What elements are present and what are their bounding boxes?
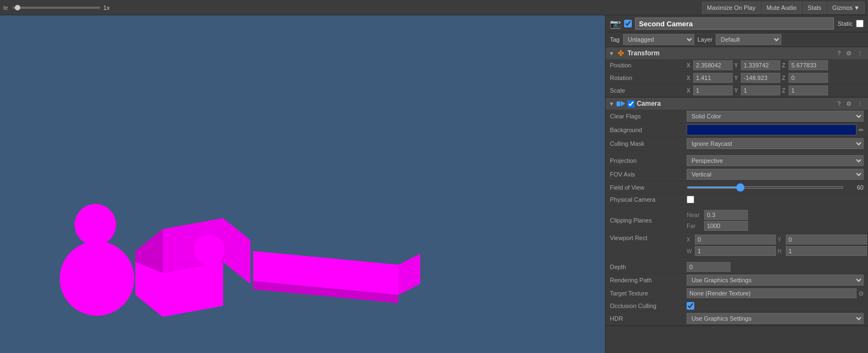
mute-audio-button[interactable]: Mute Audio	[762, 2, 802, 14]
fov-value: 60	[687, 184, 864, 191]
fov-slider[interactable]	[687, 186, 844, 189]
occlusion-culling-row: Occlusion Culling	[606, 300, 868, 312]
position-y-input[interactable]	[741, 60, 780, 70]
scale-z-label: Z	[782, 88, 787, 94]
hdr-dropdown[interactable]: Use Graphics Settings	[687, 313, 864, 324]
rotation-row: Rotation X Y Z	[606, 72, 868, 84]
camera-header[interactable]: ▼ Camera ? ⚙ ⋮	[606, 98, 868, 110]
position-row: Position X Y Z	[606, 59, 868, 72]
static-checkbox[interactable]	[856, 20, 864, 27]
transform-arrow-icon: ▼	[609, 50, 614, 56]
viewport-rect-label: Viewport Rect	[610, 235, 687, 241]
depth-row: Depth	[606, 261, 868, 274]
hdr-label: HDR	[610, 315, 687, 322]
layer-dropdown[interactable]: Default	[716, 34, 781, 45]
depth-label: Depth	[610, 264, 687, 270]
occlusion-culling-label: Occlusion Culling	[610, 303, 687, 309]
transform-icon: ✤	[616, 49, 625, 58]
target-texture-label: Target Texture	[610, 290, 687, 297]
occlusion-culling-checkbox[interactable]	[687, 302, 694, 310]
rendering-path-dropdown[interactable]: Use Graphics Settings	[687, 275, 864, 286]
gizmos-button[interactable]: Gizmos ▼	[827, 2, 865, 14]
transform-menu-button[interactable]: ⋮	[855, 50, 865, 57]
background-color-swatch[interactable]	[687, 124, 856, 135]
position-y-label: Y	[734, 62, 740, 69]
rendering-path-row: Rendering Path Use Graphics Settings	[606, 274, 868, 287]
culling-mask-value: Ignore Raycast	[687, 138, 864, 149]
large-circle	[60, 241, 134, 316]
position-x-label: X	[687, 62, 692, 69]
camera-enable-checkbox[interactable]	[627, 100, 635, 107]
position-x-input[interactable]	[693, 60, 733, 70]
fov-axis-dropdown[interactable]: Vertical	[687, 169, 864, 180]
transform-header[interactable]: ▼ ✤ Transform ? ⚙ ⋮	[606, 47, 868, 59]
box-circle	[194, 235, 225, 265]
transform-help-button[interactable]: ?	[836, 50, 842, 57]
zoom-value: 1x	[104, 4, 110, 11]
scale-z-input[interactable]	[789, 86, 828, 95]
camera-menu-button[interactable]: ⋮	[855, 100, 865, 107]
scene-view[interactable]	[0, 15, 605, 353]
physical-camera-checkbox[interactable]	[687, 196, 694, 203]
tag-label: Tag	[610, 36, 620, 43]
camera-component: ▼ Camera ? ⚙ ⋮ Clear Flags Solid	[606, 98, 868, 326]
clear-flags-dropdown[interactable]: Solid Color	[687, 111, 864, 122]
viewport-x-input[interactable]	[695, 235, 776, 244]
projection-value: Perspective	[687, 155, 864, 166]
viewport-y-label: Y	[778, 237, 784, 243]
camera-settings-button[interactable]: ⚙	[844, 100, 853, 107]
viewport-w-input[interactable]	[695, 246, 776, 256]
viewport-y-input[interactable]	[786, 235, 867, 244]
fov-axis-label: FOV Axis	[610, 171, 687, 178]
rotation-z-input[interactable]	[789, 73, 828, 83]
scale-z-field: Z	[782, 86, 828, 95]
viewport-h-input[interactable]	[786, 246, 867, 256]
scale-y-input[interactable]	[741, 86, 780, 95]
depth-input[interactable]	[687, 262, 730, 272]
game-object-active-checkbox[interactable]	[624, 20, 632, 27]
target-texture-icon[interactable]: ⊙	[859, 290, 864, 297]
fov-axis-row: FOV Axis Vertical	[606, 168, 868, 181]
maximize-on-play-button[interactable]: Maximize On Play	[702, 2, 761, 14]
rotation-x-input[interactable]	[693, 73, 733, 83]
physical-camera-value	[687, 196, 864, 203]
color-picker-icon[interactable]: ✏	[859, 127, 864, 134]
position-z-input[interactable]	[789, 60, 828, 70]
culling-mask-label: Culling Mask	[610, 140, 687, 147]
rotation-label: Rotation	[610, 75, 687, 81]
far-label: Far	[687, 223, 702, 229]
game-object-name-input[interactable]	[635, 18, 834, 30]
camera-title: Camera	[637, 100, 833, 107]
zoom-track[interactable]	[13, 7, 100, 9]
target-texture-input[interactable]	[687, 288, 856, 298]
scale-y-label: Y	[734, 88, 740, 94]
scale-x-input[interactable]	[693, 86, 733, 95]
camera-help-button[interactable]: ?	[836, 100, 842, 107]
clear-flags-value: Solid Color	[687, 111, 864, 122]
scale-value: X Y Z	[687, 86, 864, 95]
position-z-label: Z	[782, 62, 787, 69]
culling-mask-dropdown[interactable]: Ignore Raycast	[687, 138, 864, 149]
zoom-slider-container: 1x	[13, 4, 110, 11]
near-far-group: Near Far	[687, 210, 864, 231]
camera-actions: ? ⚙ ⋮	[836, 100, 865, 107]
rotation-y-input[interactable]	[741, 73, 780, 83]
scale-y-field: Y	[734, 86, 780, 95]
transform-title: Transform	[627, 49, 833, 57]
clipping-planes-label: Clipping Planes	[610, 217, 687, 224]
rendering-path-value: Use Graphics Settings	[687, 275, 864, 286]
projection-dropdown[interactable]: Perspective	[687, 155, 864, 166]
tag-dropdown[interactable]: Untagged	[623, 34, 694, 45]
toolbar-label: le	[3, 4, 8, 11]
far-row: Far	[687, 221, 864, 231]
camera-arrow-icon: ▼	[609, 101, 614, 107]
clipping-planes-row: Clipping Planes Near Far	[606, 209, 868, 232]
transform-settings-button[interactable]: ⚙	[844, 50, 853, 57]
rotation-value: X Y Z	[687, 73, 864, 83]
stats-button[interactable]: Stats	[803, 2, 826, 14]
inspector-panel: 📷 Static Tag Untagged Layer Default ▼ ✤ …	[605, 15, 868, 353]
scale-x-label: X	[687, 88, 692, 94]
near-input[interactable]	[704, 210, 748, 220]
far-input[interactable]	[704, 221, 748, 231]
near-label: Near	[687, 212, 702, 218]
